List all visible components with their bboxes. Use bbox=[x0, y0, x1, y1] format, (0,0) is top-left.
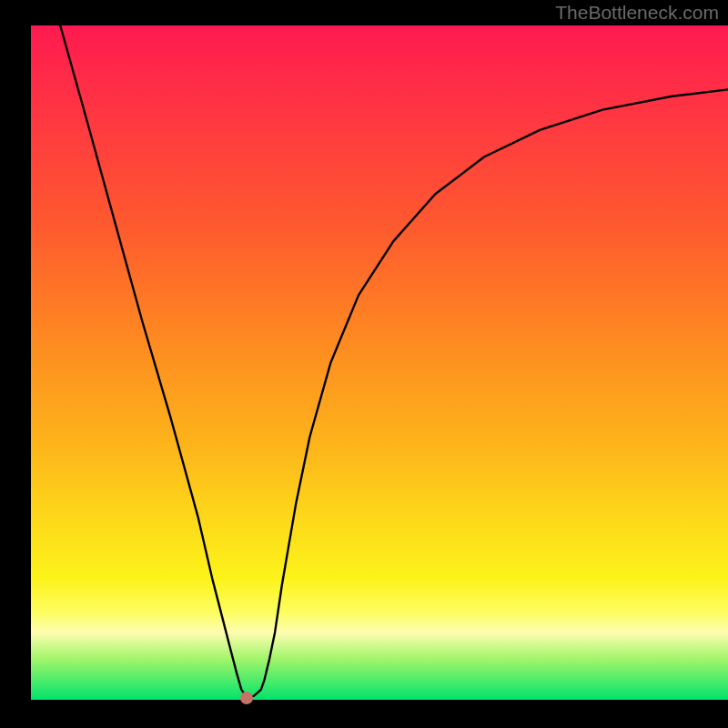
watermark-text: TheBottleneck.com bbox=[555, 2, 719, 24]
minimum-marker bbox=[240, 692, 253, 704]
bottleneck-curve bbox=[31, 25, 728, 700]
gradient-plot-area bbox=[31, 25, 728, 700]
curve-path bbox=[60, 25, 728, 698]
